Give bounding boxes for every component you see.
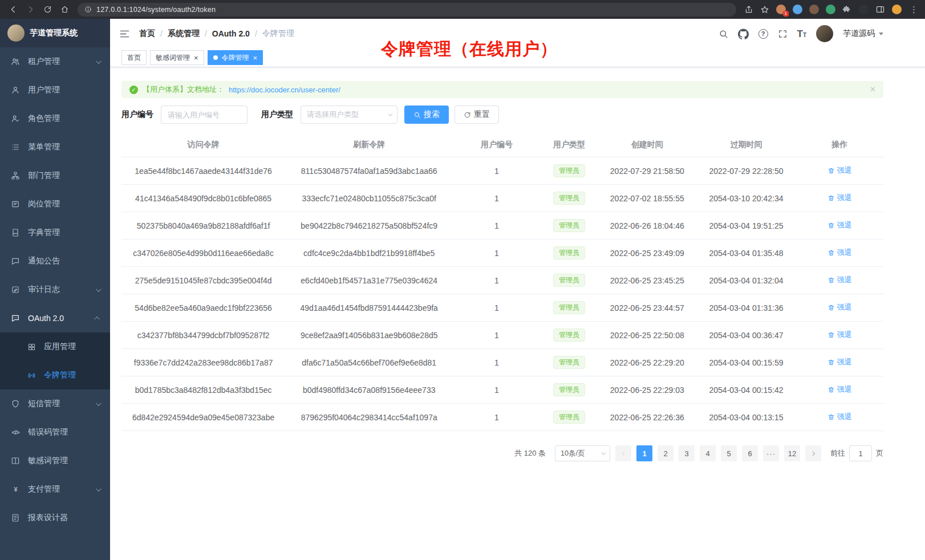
user-id-input[interactable] bbox=[161, 105, 248, 124]
page-button-5[interactable]: 5 bbox=[721, 445, 737, 461]
breadcrumb-item[interactable]: 首页 bbox=[139, 29, 155, 39]
sidebar-item-post[interactable]: 岗位管理 bbox=[0, 190, 110, 218]
breadcrumb-item[interactable]: 系统管理 bbox=[168, 29, 200, 39]
sidebar-item-audit[interactable]: 审计日志 bbox=[0, 275, 110, 304]
force-logout-button[interactable]: 强退 bbox=[827, 357, 852, 367]
doc-link[interactable]: https://doc.iocoder.cn/user-center/ bbox=[229, 86, 340, 94]
create-time-cell: 2022-06-25 22:29:20 bbox=[598, 349, 697, 376]
tab-sensitive-word[interactable]: 敏感词管理× bbox=[150, 50, 204, 65]
access-token-cell: c342377bf8b344799dcbf7bf095287f2 bbox=[121, 322, 285, 349]
sidebar-item-role[interactable]: 角色管理 bbox=[0, 104, 110, 133]
page-button-6[interactable]: 6 bbox=[742, 445, 758, 461]
breadcrumb-item: 令牌管理 bbox=[262, 29, 294, 39]
user-id-label: 用户编号 bbox=[121, 109, 153, 120]
force-logout-button[interactable]: 强退 bbox=[827, 165, 852, 176]
fullscreen-icon[interactable] bbox=[778, 29, 788, 39]
sidebar-item-pay[interactable]: ¥支付管理 bbox=[0, 475, 110, 504]
user-type-tag: 管理员 bbox=[553, 356, 585, 369]
tab-token[interactable]: 令牌管理× bbox=[208, 50, 263, 65]
sidebar-item-menu[interactable]: 菜单管理 bbox=[0, 133, 110, 161]
sidebar-item-oauth2[interactable]: OAuth 2.0 bbox=[0, 304, 110, 332]
profile-avatar-icon[interactable] bbox=[892, 5, 902, 14]
prev-page-button[interactable] bbox=[615, 445, 631, 461]
browser-back-icon[interactable] bbox=[6, 2, 21, 17]
chevron-down-icon bbox=[388, 111, 392, 116]
sidebar-item-errcode[interactable]: </>错误码管理 bbox=[0, 418, 110, 447]
sidebar-item-user[interactable]: 用户管理 bbox=[0, 76, 110, 104]
site-info-icon[interactable] bbox=[84, 6, 92, 13]
force-logout-label: 强退 bbox=[837, 357, 852, 367]
page-button-2[interactable]: 2 bbox=[658, 445, 674, 461]
more-pages-button[interactable]: ··· bbox=[763, 445, 779, 461]
browser-forward-icon[interactable] bbox=[23, 2, 38, 17]
force-logout-button[interactable]: 强退 bbox=[827, 330, 852, 340]
page-button-4[interactable]: 4 bbox=[700, 445, 716, 461]
active-dot-icon bbox=[213, 55, 218, 60]
force-logout-button[interactable]: 强退 bbox=[827, 302, 852, 313]
breadcrumb-item[interactable]: OAuth 2.0 bbox=[212, 29, 250, 38]
sidebar-item-label: 通知公告 bbox=[28, 256, 102, 266]
sidebar-item-dept[interactable]: 部门管理 bbox=[0, 161, 110, 190]
force-logout-button[interactable]: 强退 bbox=[827, 193, 852, 203]
tab-home[interactable]: 首页 bbox=[121, 50, 147, 65]
force-logout-button[interactable]: 强退 bbox=[827, 247, 852, 258]
sidebar-item-sms[interactable]: 短信管理 bbox=[0, 389, 110, 418]
breadcrumb-separator: / bbox=[255, 29, 257, 38]
github-icon[interactable] bbox=[738, 29, 749, 39]
notice-icon bbox=[11, 257, 20, 266]
sidebar-item-report[interactable]: 报表设计器 bbox=[0, 504, 110, 532]
reset-button[interactable]: 重置 bbox=[455, 105, 499, 124]
sidebar-item-label: 部门管理 bbox=[28, 171, 102, 181]
caret-down-icon[interactable] bbox=[879, 33, 883, 38]
goto-page-input[interactable] bbox=[849, 445, 872, 461]
sidebar-toggle-icon[interactable] bbox=[119, 29, 130, 39]
next-page-button[interactable] bbox=[805, 445, 821, 461]
extension-3-icon[interactable] bbox=[809, 5, 819, 14]
page-button-12[interactable]: 12 bbox=[784, 445, 800, 461]
extension-4-icon[interactable] bbox=[826, 5, 835, 14]
user-name[interactable]: 芋道源码 bbox=[843, 29, 875, 39]
side-panel-icon[interactable] bbox=[875, 5, 885, 14]
sidebar-item-dict[interactable]: 字典管理 bbox=[0, 218, 110, 247]
close-icon[interactable]: × bbox=[253, 54, 258, 62]
sidebar-item-label: 租户管理 bbox=[28, 56, 88, 67]
bookmark-star-icon[interactable] bbox=[760, 5, 769, 14]
user-type-select[interactable]: 请选择用户类型 bbox=[301, 105, 397, 124]
page-button-1[interactable]: 1 bbox=[636, 445, 652, 461]
app-title: 芋道管理系统 bbox=[30, 28, 78, 38]
extensions-puzzle-icon[interactable] bbox=[842, 5, 852, 14]
app-logo[interactable]: 芋道管理系统 bbox=[0, 19, 110, 47]
help-icon[interactable]: ? bbox=[758, 29, 768, 39]
force-logout-button[interactable]: 强退 bbox=[827, 275, 852, 285]
page-size-select[interactable]: 10条/页 bbox=[555, 445, 610, 461]
search-icon[interactable] bbox=[719, 29, 728, 39]
table-row: c342377bf8b344799dcbf7bf095287f29ce8ef2a… bbox=[121, 322, 883, 349]
sidebar-item-oauth2-token[interactable]: 令牌管理 bbox=[0, 361, 110, 389]
sidebar-item-notice[interactable]: 通知公告 bbox=[0, 247, 110, 275]
force-logout-button[interactable]: 强退 bbox=[827, 384, 852, 395]
shield-icon bbox=[11, 399, 20, 408]
user-avatar[interactable] bbox=[816, 25, 833, 42]
font-size-icon[interactable]: TT bbox=[797, 29, 807, 39]
extension-2-icon[interactable] bbox=[793, 5, 802, 14]
force-logout-button[interactable]: 强退 bbox=[827, 412, 852, 422]
address-bar[interactable]: 127.0.0.1:1024/system/oauth2/token bbox=[78, 3, 736, 17]
alert-close-icon[interactable]: × bbox=[870, 84, 875, 95]
browser-menu-icon[interactable]: ⋮ bbox=[908, 5, 919, 15]
share-icon[interactable] bbox=[744, 5, 753, 14]
sidebar-item-label: 敏感词管理 bbox=[28, 456, 102, 466]
browser-home-icon[interactable] bbox=[57, 2, 72, 17]
force-logout-button[interactable]: 强退 bbox=[827, 220, 852, 230]
sidebar-item-label: 错误码管理 bbox=[28, 427, 102, 437]
browser-refresh-icon[interactable] bbox=[40, 2, 55, 17]
search-button[interactable]: 搜索 bbox=[404, 105, 449, 124]
sidebar-item-oauth2-app[interactable]: 应用管理 bbox=[0, 332, 110, 361]
sidebar-item-sensitive[interactable]: 敏感词管理 bbox=[0, 447, 110, 475]
sidebar-item-tenant[interactable]: 租户管理 bbox=[0, 47, 110, 76]
extension-5-icon[interactable] bbox=[859, 5, 869, 14]
trash-icon bbox=[827, 386, 835, 393]
create-time-cell: 2022-06-26 18:04:46 bbox=[598, 212, 697, 240]
page-button-3[interactable]: 3 bbox=[679, 445, 695, 461]
close-icon[interactable]: × bbox=[194, 54, 198, 62]
extension-1-icon[interactable]: 1 bbox=[776, 5, 786, 14]
